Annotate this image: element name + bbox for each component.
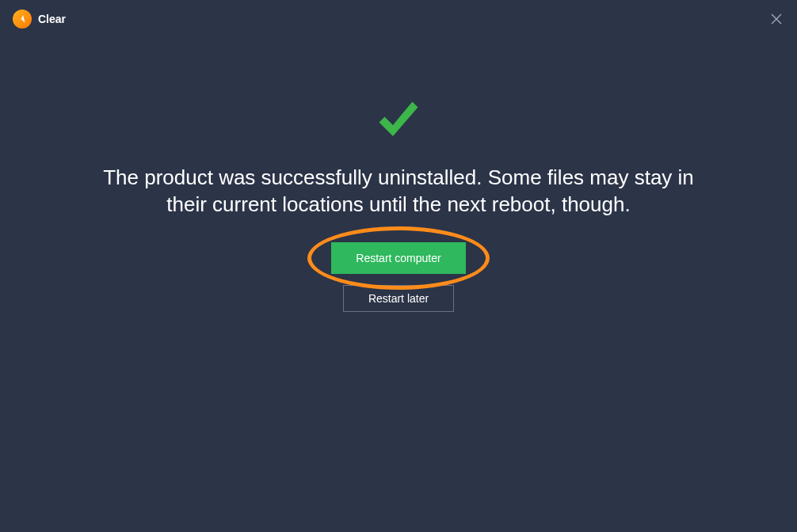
- app-logo-icon: [13, 10, 32, 28]
- status-message: The product was successfully uninstalled…: [82, 165, 715, 218]
- close-icon: [769, 12, 784, 26]
- restart-highlight-wrapper: Restart computer: [331, 242, 466, 274]
- close-button[interactable]: [768, 11, 784, 27]
- header-bar: Clear: [0, 0, 797, 38]
- restart-later-button[interactable]: Restart later: [343, 285, 454, 312]
- main-content: The product was successfully uninstalled…: [0, 38, 797, 312]
- app-title: Clear: [38, 13, 66, 25]
- success-checkmark-icon: [371, 93, 426, 149]
- restart-computer-button[interactable]: Restart computer: [331, 242, 466, 274]
